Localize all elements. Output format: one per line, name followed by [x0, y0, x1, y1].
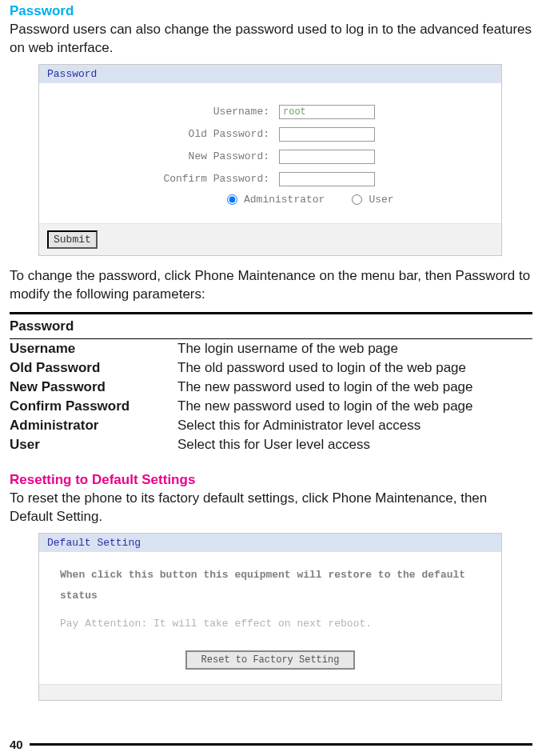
section-paragraph: Password users can also change the passw…	[10, 21, 532, 58]
user-radio[interactable]	[352, 194, 362, 205]
panel-title: Password	[39, 65, 501, 83]
panel-footer: Submit	[39, 223, 501, 255]
panel-body: Username: Old Password: New Password: Co…	[39, 83, 501, 223]
instruction-paragraph: To change the password, click Phone Main…	[10, 267, 532, 304]
table-val: The new password used to login of the we…	[177, 379, 532, 395]
role-radio-row: Administrator User	[55, 194, 485, 206]
panel-body: When click this button this equipment wi…	[39, 552, 501, 684]
reset-message-2: Pay Attention: It will take effect on ne…	[60, 618, 480, 630]
administrator-radio[interactable]	[227, 194, 237, 205]
reset-paragraph: To reset the phone to its factory defaul…	[10, 490, 532, 526]
user-label: User	[369, 194, 393, 206]
footer-rule	[30, 743, 532, 746]
form-row-old: Old Password:	[55, 125, 485, 144]
form-row-new: New Password:	[55, 147, 485, 166]
table-val: Select this for User level access	[177, 437, 532, 453]
default-setting-panel: Default Setting When click this button t…	[38, 533, 502, 701]
table-val: Select this for Administrator level acce…	[177, 418, 532, 434]
table-val: The login username of the web page	[177, 341, 532, 357]
new-password-input[interactable]	[279, 150, 375, 164]
page-number: 40	[10, 738, 30, 751]
submit-button[interactable]: Submit	[47, 230, 98, 249]
section-heading-password: Password	[10, 3, 532, 19]
old-password-input[interactable]	[279, 127, 375, 142]
table-key: Confirm Password	[10, 398, 177, 414]
table-key: Administrator	[10, 418, 177, 434]
old-password-label: Old Password:	[55, 128, 279, 140]
password-panel: Password Username: Old Password: New Pas…	[38, 64, 502, 256]
table-row: Old Password The old password used to lo…	[10, 358, 532, 378]
administrator-label: Administrator	[244, 194, 325, 206]
new-password-label: New Password:	[55, 150, 279, 162]
table-key: Username	[10, 341, 177, 357]
confirm-password-input[interactable]	[279, 172, 375, 186]
reset-to-factory-button[interactable]: Reset to Factory Setting	[185, 650, 356, 670]
panel-footer	[39, 684, 501, 700]
section-heading-reset: Resetting to Default Settings	[10, 472, 532, 488]
panel-title: Default Setting	[39, 534, 501, 552]
reset-button-wrap: Reset to Factory Setting	[60, 650, 480, 670]
reset-message-1: When click this button this equipment wi…	[60, 565, 480, 606]
table-key: New Password	[10, 379, 177, 395]
form-row-username: Username:	[55, 102, 485, 122]
table-row: New Password The new password used to lo…	[10, 378, 532, 397]
page-footer: 40	[10, 738, 532, 751]
table-val: The new password used to login of the we…	[177, 398, 532, 414]
table-title: Password	[10, 312, 532, 339]
table-key: Old Password	[10, 360, 177, 376]
username-label: Username:	[55, 106, 279, 118]
table-val: The old password used to login of the we…	[177, 360, 532, 376]
table-row: Confirm Password The new password used t…	[10, 397, 532, 416]
username-input[interactable]	[279, 105, 375, 119]
table-row: Administrator Select this for Administra…	[10, 416, 532, 435]
table-row: User Select this for User level access	[10, 435, 532, 454]
form-row-confirm: Confirm Password:	[55, 170, 485, 189]
confirm-password-label: Confirm Password:	[55, 173, 279, 185]
table-key: User	[10, 437, 177, 453]
table-row: Username The login username of the web p…	[10, 339, 532, 358]
